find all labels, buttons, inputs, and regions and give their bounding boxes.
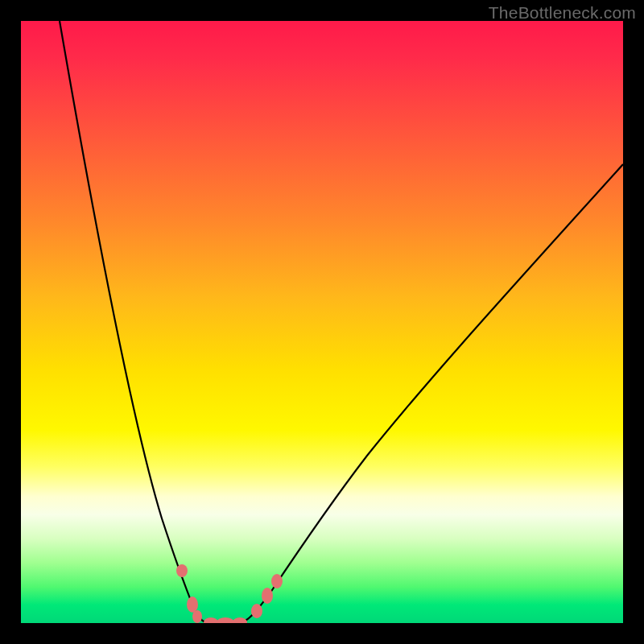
data-dot	[233, 617, 247, 623]
data-dot	[176, 564, 188, 577]
bottleneck-curve	[21, 21, 623, 623]
data-dot	[271, 574, 283, 588]
data-dot	[262, 588, 273, 604]
data-dot	[217, 617, 234, 623]
chart-area	[21, 21, 623, 623]
curve-right-branch	[238, 164, 623, 623]
data-dot	[192, 610, 202, 623]
data-dot	[251, 604, 262, 618]
curve-left-branch	[60, 21, 211, 623]
data-dot	[187, 597, 198, 613]
data-dot	[204, 617, 218, 623]
watermark-text: TheBottleneck.com	[489, 3, 636, 23]
